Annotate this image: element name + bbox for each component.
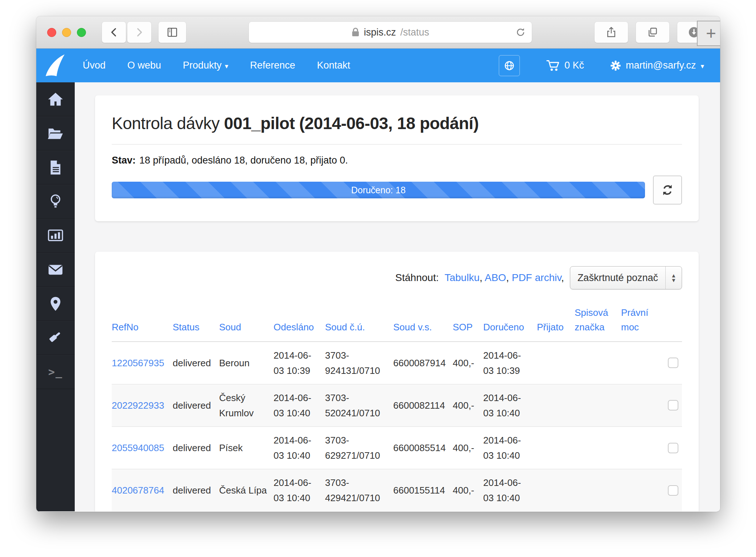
column-header-p-ijato[interactable]: Přijato [537, 302, 575, 342]
checkbox-cell [657, 384, 682, 426]
refno-link[interactable]: 4020678764 [112, 485, 164, 496]
row-checkbox[interactable] [668, 443, 678, 453]
soud-cu-cell: 3703- 629271/0710 [325, 427, 393, 469]
main-content: Kontrola dávky 001_pilot (2014-06-03, 18… [75, 82, 720, 511]
minimize-icon[interactable] [62, 28, 71, 37]
page-title: Kontrola dávky 001_pilot (2014-06-03, 18… [112, 114, 682, 133]
select-stepper-icon: ▲▼ [666, 273, 682, 282]
account-menu[interactable]: martin@sarfy.cz ▾ [610, 60, 704, 71]
sidebar-item-locations[interactable] [36, 287, 75, 321]
download-row: Stáhnout: Tabulku, ABO, PDF archiv, Zašk… [112, 266, 682, 289]
odeslano-cell: 2014-06- 03 10:40 [274, 384, 325, 426]
table-row: 2022922933deliveredČeský Krumlov2014-06-… [112, 384, 682, 426]
sidebar-item-home[interactable] [36, 82, 75, 116]
cart-button[interactable]: 0 Kč [546, 59, 584, 72]
language-button[interactable] [499, 55, 520, 76]
pravni-moc-cell [621, 427, 657, 469]
reload-button[interactable] [515, 26, 526, 41]
chevron-down-icon: ▾ [700, 62, 704, 70]
nav-link-label: Úvod [83, 60, 106, 71]
soud-cu-cell: 3703- 520241/0710 [325, 384, 393, 426]
sidebar-toggle-icon [165, 25, 179, 39]
submissions-table: RefNoStatusSoudOdeslánoSoud č.ú.Soud v.s… [112, 302, 682, 511]
download-link[interactable]: Tabulku [444, 272, 480, 283]
sop-cell: 400,- [453, 342, 483, 384]
sidebar-toggle-button[interactable] [159, 22, 186, 43]
soud-cu-cell: 3703- 429421/0710 [325, 469, 393, 511]
nav-link-produkty[interactable]: Produkty▾ [183, 60, 228, 71]
forward-icon [133, 26, 145, 38]
column-header-soud-v-s-[interactable]: Soud v.s. [393, 302, 453, 342]
soud-vs-cell: 6600085514 [393, 427, 453, 469]
browser-window: ispis.cz/status [36, 16, 720, 512]
nav-link-uvod[interactable]: Úvod [83, 60, 106, 71]
gavel-icon [47, 330, 64, 346]
globe-icon [503, 59, 516, 72]
cart-icon [546, 59, 560, 72]
sarfy-logo[interactable] [43, 54, 68, 78]
sidebar-item-documents[interactable] [36, 150, 75, 185]
column-header-odesl-no[interactable]: Odesláno [274, 302, 325, 342]
progress-bar: Doručeno: 18 [112, 182, 645, 198]
sop-cell: 400,- [453, 384, 483, 426]
column-header-doru-eno[interactable]: Doručeno [483, 302, 537, 342]
share-button[interactable] [595, 22, 628, 43]
window-controls [47, 28, 86, 37]
doruceno-cell: 2014-06- 03 10:40 [483, 469, 537, 511]
screenshot-canvas: ispis.cz/status [0, 0, 756, 557]
tab-overview-icon [646, 26, 659, 39]
column-header-pr-vn-moc[interactable]: Právní moc [621, 302, 657, 342]
app-sidebar: >_ [36, 82, 75, 511]
column-header-spisov-zna-ka[interactable]: Spisová značka [575, 302, 621, 342]
sidebar-item-terminal[interactable]: >_ [36, 355, 75, 389]
back-button[interactable] [102, 22, 126, 43]
download-link[interactable]: PDF archiv [512, 272, 561, 283]
prijato-cell [537, 469, 575, 511]
sidebar-item-ideas[interactable] [36, 185, 75, 219]
sop-cell: 400,- [453, 469, 483, 511]
tab-overview-button[interactable] [636, 22, 669, 43]
browser-titlebar: ispis.cz/status [36, 16, 720, 49]
submissions-card: Stáhnout: Tabulku, ABO, PDF archiv, Zašk… [95, 252, 699, 511]
sidebar-item-auctions[interactable] [36, 321, 75, 355]
refno-cell: 4020678764 [112, 469, 173, 511]
nav-link-reference[interactable]: Reference [250, 60, 295, 71]
gear-icon [610, 60, 621, 71]
column-header-refno[interactable]: RefNo [112, 302, 173, 342]
refno-link[interactable]: 2055940085 [112, 442, 164, 453]
sidebar-item-messages[interactable] [36, 253, 75, 287]
forward-button[interactable] [127, 22, 151, 43]
row-checkbox[interactable] [668, 400, 678, 410]
nav-link-o-webu[interactable]: O webu [127, 60, 161, 71]
column-header-soud-[interactable]: Soud č.ú. [325, 302, 393, 342]
refresh-button[interactable] [653, 176, 682, 205]
address-bar[interactable]: ispis.cz/status [249, 22, 532, 43]
page-title-light: Kontrola dávky [112, 114, 219, 133]
refno-link[interactable]: 1220567935 [112, 358, 164, 368]
new-tab-button[interactable]: + [697, 21, 720, 46]
table-row: 1220567935deliveredBeroun2014-06- 03 10:… [112, 342, 682, 384]
fullscreen-icon[interactable] [77, 28, 86, 37]
checkbox-cell [657, 469, 682, 511]
row-checkbox[interactable] [668, 485, 678, 496]
column-header-sop[interactable]: SOP [453, 302, 483, 342]
envelope-icon [47, 261, 64, 278]
refno-link[interactable]: 2022922933 [112, 400, 164, 411]
pravni-moc-cell [621, 384, 657, 426]
bulk-action-select[interactable]: Zaškrtnuté poznač ▲▼ [570, 266, 682, 289]
refno-cell: 2022922933 [112, 384, 173, 426]
nav-link-kontakt[interactable]: Kontakt [317, 60, 350, 71]
row-checkbox[interactable] [668, 358, 678, 368]
column-header-soud[interactable]: Soud [219, 302, 274, 342]
close-icon[interactable] [47, 28, 56, 37]
plus-icon: + [706, 25, 716, 42]
soud-vs-cell: 6600155114 [393, 469, 453, 511]
sidebar-item-statistics[interactable] [36, 219, 75, 253]
sidebar-item-cases[interactable] [36, 116, 75, 150]
download-link[interactable]: ABO [485, 272, 506, 283]
doruceno-cell: 2014-06- 03 10:40 [483, 427, 537, 469]
back-icon [108, 26, 120, 38]
status-cell: delivered [173, 342, 219, 384]
column-header-status[interactable]: Status [173, 302, 219, 342]
account-email: martin@sarfy.cz [626, 60, 696, 71]
